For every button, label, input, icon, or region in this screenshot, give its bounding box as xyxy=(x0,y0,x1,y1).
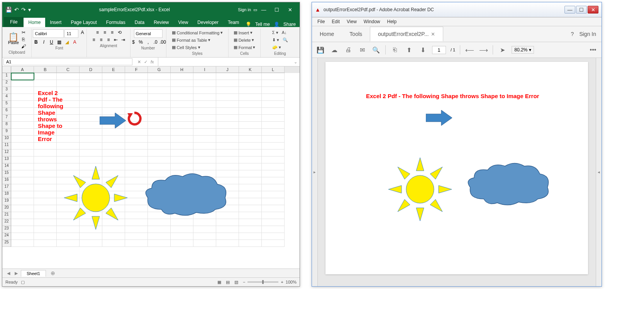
row-header[interactable]: 12 xyxy=(2,150,11,156)
cell[interactable] xyxy=(57,73,80,80)
cell[interactable] xyxy=(148,143,171,150)
cell[interactable] xyxy=(11,87,34,94)
cell[interactable] xyxy=(34,205,57,212)
cell[interactable] xyxy=(216,205,239,212)
cell[interactable] xyxy=(102,177,125,184)
cell[interactable] xyxy=(102,163,125,170)
autosum-button[interactable]: Σ ▾ A↓ xyxy=(271,29,288,36)
maximize-button[interactable]: ☐ xyxy=(576,6,587,14)
cell[interactable] xyxy=(262,240,285,247)
row-header[interactable]: 3 xyxy=(2,87,11,94)
redo-icon[interactable]: ↷ xyxy=(21,7,26,13)
cell[interactable] xyxy=(216,170,239,177)
cell[interactable] xyxy=(11,219,34,226)
cell[interactable] xyxy=(216,143,239,150)
col-header[interactable]: J xyxy=(216,66,239,73)
cell[interactable] xyxy=(193,212,216,219)
cell[interactable] xyxy=(239,129,262,136)
view-normal-icon[interactable]: ▦ xyxy=(215,280,224,285)
cell[interactable] xyxy=(148,177,171,184)
cell[interactable] xyxy=(125,212,148,219)
cell[interactable] xyxy=(125,240,148,247)
cell[interactable] xyxy=(262,163,285,170)
cell[interactable] xyxy=(34,191,57,198)
italic-icon[interactable]: I xyxy=(41,39,47,45)
cell[interactable] xyxy=(125,94,148,101)
cell[interactable] xyxy=(148,184,171,191)
cell[interactable] xyxy=(148,205,171,212)
cell[interactable] xyxy=(148,122,171,129)
cell[interactable] xyxy=(34,156,57,163)
cell[interactable] xyxy=(193,129,216,136)
select-all-corner[interactable] xyxy=(2,66,11,73)
cell[interactable] xyxy=(125,108,148,115)
page-thumbnails-icon[interactable]: ⎗ xyxy=(390,45,400,54)
cell[interactable] xyxy=(11,101,34,108)
cell[interactable] xyxy=(57,163,80,170)
cell[interactable] xyxy=(148,129,171,136)
cell[interactable] xyxy=(11,212,34,219)
cell[interactable] xyxy=(148,226,171,233)
cell[interactable] xyxy=(193,226,216,233)
align-middle-icon[interactable]: ≡ xyxy=(102,29,108,36)
cell[interactable] xyxy=(57,150,80,156)
cell[interactable] xyxy=(125,226,148,233)
cell[interactable] xyxy=(57,212,80,219)
cell[interactable] xyxy=(125,136,148,143)
cell[interactable] xyxy=(80,80,102,87)
cell[interactable] xyxy=(171,80,193,87)
zoom-value[interactable]: 100% xyxy=(286,280,297,284)
cell[interactable] xyxy=(80,143,102,150)
cell[interactable] xyxy=(57,240,80,247)
cell[interactable] xyxy=(148,156,171,163)
cell[interactable] xyxy=(80,212,102,219)
cell[interactable] xyxy=(239,143,262,150)
cell[interactable] xyxy=(80,129,102,136)
cell[interactable] xyxy=(148,101,171,108)
cell[interactable] xyxy=(239,108,262,115)
cell[interactable] xyxy=(125,80,148,87)
cell[interactable] xyxy=(125,198,148,205)
cell[interactable] xyxy=(262,136,285,143)
cell[interactable] xyxy=(102,198,125,205)
tab-formulas[interactable]: Formulas xyxy=(102,18,130,27)
cell[interactable] xyxy=(239,87,262,94)
cell[interactable] xyxy=(11,198,34,205)
cell[interactable] xyxy=(11,191,34,198)
page-input[interactable] xyxy=(432,46,446,54)
cell[interactable] xyxy=(262,198,285,205)
cell[interactable] xyxy=(262,177,285,184)
cell[interactable] xyxy=(57,115,80,122)
cell[interactable] xyxy=(80,115,102,122)
cell[interactable] xyxy=(102,108,125,115)
cell[interactable] xyxy=(193,163,216,170)
cell[interactable] xyxy=(34,150,57,156)
help-icon[interactable]: ? xyxy=(571,31,574,37)
tab-insert[interactable]: Insert xyxy=(45,18,66,27)
cell[interactable] xyxy=(193,177,216,184)
cell[interactable] xyxy=(80,226,102,233)
zoom-slider[interactable] xyxy=(247,281,278,283)
cell[interactable] xyxy=(216,156,239,163)
clear-button[interactable]: 🧽 ▾ xyxy=(271,44,283,51)
maximize-button[interactable]: ☐ xyxy=(270,5,283,14)
border-icon[interactable]: ▦ xyxy=(56,39,62,45)
cell[interactable] xyxy=(193,150,216,156)
col-header[interactable]: H xyxy=(171,66,193,73)
more-icon[interactable]: ••• xyxy=(588,45,598,54)
cell[interactable] xyxy=(239,170,262,177)
cell[interactable] xyxy=(102,240,125,247)
tab-document[interactable]: outputErrorExcel2P...✕ xyxy=(370,27,443,41)
cell[interactable] xyxy=(34,240,57,247)
cell[interactable] xyxy=(239,115,262,122)
cell[interactable] xyxy=(262,129,285,136)
cell[interactable] xyxy=(102,156,125,163)
cell[interactable] xyxy=(239,177,262,184)
cell[interactable] xyxy=(239,226,262,233)
cell[interactable] xyxy=(262,87,285,94)
cell[interactable] xyxy=(102,122,125,129)
cell[interactable] xyxy=(216,136,239,143)
align-top-icon[interactable]: ≡ xyxy=(95,29,101,36)
cell[interactable] xyxy=(80,177,102,184)
col-header[interactable]: K xyxy=(239,66,262,73)
